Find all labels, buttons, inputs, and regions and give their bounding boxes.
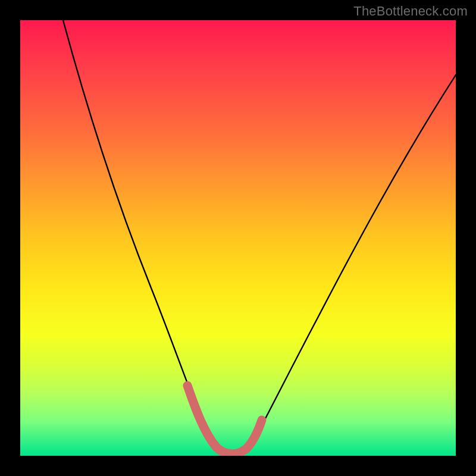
chart-frame: TheBottleneck.com [0,0,476,476]
curves-svg [20,20,456,456]
watermark-text: TheBottleneck.com [353,4,468,19]
bottleneck-curve [63,20,456,455]
highlight-band [187,386,262,454]
plot-area [20,20,456,456]
